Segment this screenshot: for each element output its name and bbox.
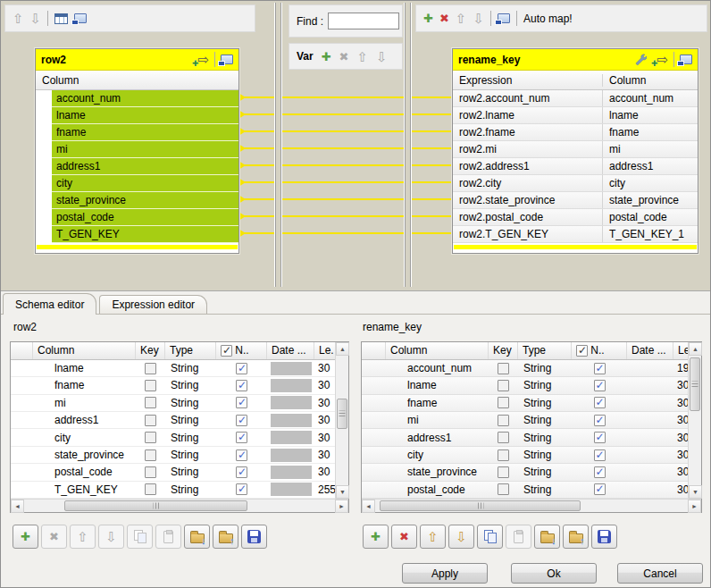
schema-row[interactable]: postal_codeString30 xyxy=(11,464,335,481)
right-splitter-handle[interactable] xyxy=(405,3,411,287)
apply-button[interactable]: Apply xyxy=(402,563,488,584)
date-header[interactable]: Date ... xyxy=(267,342,314,359)
add-icon[interactable]: ✚ xyxy=(363,525,389,549)
scrollbar-thumb[interactable] xyxy=(380,500,581,511)
output-column-name[interactable]: account_num xyxy=(602,90,698,106)
input-row[interactable]: city xyxy=(36,175,238,192)
vertical-scrollbar[interactable]: ▲ ▼ xyxy=(335,342,348,499)
nullable-checkbox[interactable] xyxy=(594,483,606,495)
mapping-link[interactable] xyxy=(238,198,453,200)
tab-schema-editor[interactable]: Schema editor xyxy=(3,293,96,315)
export-schema-icon[interactable]: ↑ xyxy=(213,525,238,549)
output-expression[interactable]: row2.lname xyxy=(453,107,602,123)
output-row[interactable]: row2.citycity xyxy=(453,175,698,192)
output-expression[interactable]: row2.mi xyxy=(453,141,602,157)
add-column-arrow-icon[interactable]: ⇨✚ xyxy=(193,53,209,66)
nullable-checkbox[interactable] xyxy=(236,449,247,461)
nullable-all-checkbox[interactable] xyxy=(221,345,232,357)
output-row[interactable]: row2.T_GEN_KEYT_GEN_KEY_1 xyxy=(453,226,698,243)
input-row[interactable]: postal_code xyxy=(36,209,238,226)
scroll-up-icon[interactable]: ▲ xyxy=(336,342,349,356)
type-header[interactable]: Type xyxy=(518,342,572,359)
nullable-checkbox[interactable] xyxy=(236,432,247,443)
scroll-left-icon[interactable]: ◄ xyxy=(362,500,375,513)
input-row[interactable]: state_province xyxy=(36,192,238,209)
key-checkbox[interactable] xyxy=(145,483,156,495)
schema-row[interactable]: lnameString30 xyxy=(11,360,335,377)
input-column-name[interactable]: account_num xyxy=(52,90,238,107)
length-header[interactable]: Le xyxy=(673,342,688,359)
input-row[interactable]: T_GEN_KEY xyxy=(36,226,238,243)
import-schema-icon[interactable]: ↓ xyxy=(184,525,210,549)
key-checkbox[interactable] xyxy=(498,449,509,461)
mapping-link[interactable] xyxy=(238,215,453,217)
mapping-link[interactable] xyxy=(238,232,453,234)
minimize-table-icon[interactable] xyxy=(680,55,692,64)
output-column-name[interactable]: T_GEN_KEY_1 xyxy=(602,226,698,242)
nullable-checkbox[interactable] xyxy=(236,483,247,495)
input-column-name[interactable]: state_province xyxy=(52,192,238,209)
column-header[interactable]: Column xyxy=(386,342,489,359)
scroll-down-icon[interactable]: ▼ xyxy=(689,485,702,499)
nullable-header[interactable]: N.. xyxy=(216,342,267,359)
input-row[interactable]: address1 xyxy=(36,158,238,175)
settings-wrench-icon[interactable] xyxy=(633,53,647,66)
horizontal-scrollbar[interactable]: ◄ ► xyxy=(11,499,348,512)
nullable-checkbox[interactable] xyxy=(236,380,247,391)
cancel-button[interactable]: Cancel xyxy=(617,563,703,584)
output-expression[interactable]: row2.address1 xyxy=(453,158,602,174)
key-checkbox[interactable] xyxy=(145,397,156,408)
input-table-header[interactable]: row2 ⇨✚ xyxy=(36,49,238,71)
column-header[interactable]: Column xyxy=(33,342,136,359)
output-row[interactable]: row2.fnamefname xyxy=(453,124,698,141)
save-schema-icon[interactable] xyxy=(591,525,617,549)
input-column-name[interactable]: fname xyxy=(52,124,238,141)
key-checkbox[interactable] xyxy=(145,363,156,374)
output-row[interactable]: row2.mimi xyxy=(453,141,698,158)
input-column-name[interactable]: mi xyxy=(52,141,238,158)
schema-row[interactable]: state_provinceString30 xyxy=(362,464,688,481)
key-checkbox[interactable] xyxy=(145,380,156,391)
nullable-checkbox[interactable] xyxy=(594,415,606,426)
ok-button[interactable]: Ok xyxy=(511,563,597,584)
output-expression[interactable]: row2.account_num xyxy=(453,90,602,106)
length-header[interactable]: Le. xyxy=(314,342,335,359)
key-checkbox[interactable] xyxy=(498,397,509,408)
save-schema-icon[interactable] xyxy=(241,525,267,549)
output-expression[interactable]: row2.state_province xyxy=(453,192,602,208)
input-column-name[interactable]: lname xyxy=(52,107,238,124)
nullable-checkbox[interactable] xyxy=(594,432,606,443)
output-row[interactable]: row2.address1address1 xyxy=(453,158,698,175)
output-column-name[interactable]: lname xyxy=(602,107,698,123)
scrollbar-thumb[interactable] xyxy=(337,399,347,429)
schema-row[interactable]: state_provinceString30 xyxy=(11,447,335,464)
schema-row[interactable]: postal_codeString30 xyxy=(362,482,688,499)
nullable-checkbox[interactable] xyxy=(594,449,606,461)
scroll-right-icon[interactable]: ► xyxy=(335,500,348,513)
schema-row[interactable]: miString30 xyxy=(362,412,688,429)
key-checkbox[interactable] xyxy=(145,415,156,426)
move-down-icon[interactable]: ⇩ xyxy=(448,525,474,549)
paste-icon[interactable] xyxy=(506,525,531,549)
output-column-name[interactable]: city xyxy=(602,175,698,191)
scroll-left-icon[interactable]: ◄ xyxy=(11,500,24,513)
delete-icon[interactable]: ✖ xyxy=(391,525,417,549)
key-checkbox[interactable] xyxy=(145,466,156,478)
output-row[interactable]: row2.account_numaccount_num xyxy=(453,90,698,107)
nullable-checkbox[interactable] xyxy=(594,466,606,478)
nullable-all-checkbox[interactable] xyxy=(576,345,588,357)
mapping-link[interactable] xyxy=(238,181,453,183)
schema-row[interactable]: lnameString30 xyxy=(362,377,688,394)
schema-row[interactable]: address1String30 xyxy=(11,412,335,429)
copy-icon[interactable] xyxy=(477,525,503,549)
input-column-name[interactable]: T_GEN_KEY xyxy=(52,226,238,243)
schema-row[interactable]: cityString30 xyxy=(11,429,335,446)
input-row[interactable]: fname xyxy=(36,124,238,141)
input-row[interactable]: lname xyxy=(36,107,238,124)
vertical-scrollbar[interactable]: ▲ ▼ xyxy=(688,342,701,499)
key-checkbox[interactable] xyxy=(498,432,509,443)
input-row[interactable]: mi xyxy=(36,141,238,158)
nullable-checkbox[interactable] xyxy=(594,380,606,391)
output-expression[interactable]: row2.fname xyxy=(453,124,602,140)
nullable-checkbox[interactable] xyxy=(236,363,247,374)
